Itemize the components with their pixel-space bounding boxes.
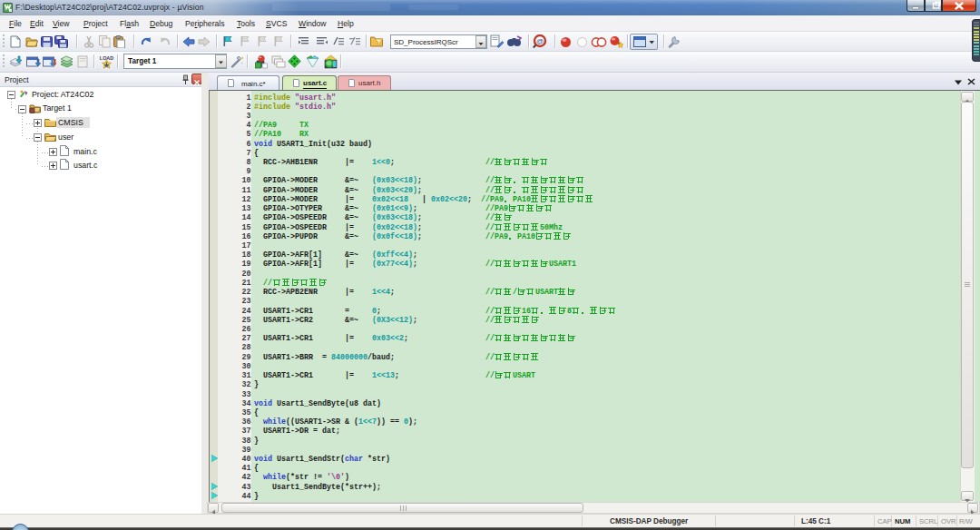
svg-text:@: @ [536,37,544,45]
